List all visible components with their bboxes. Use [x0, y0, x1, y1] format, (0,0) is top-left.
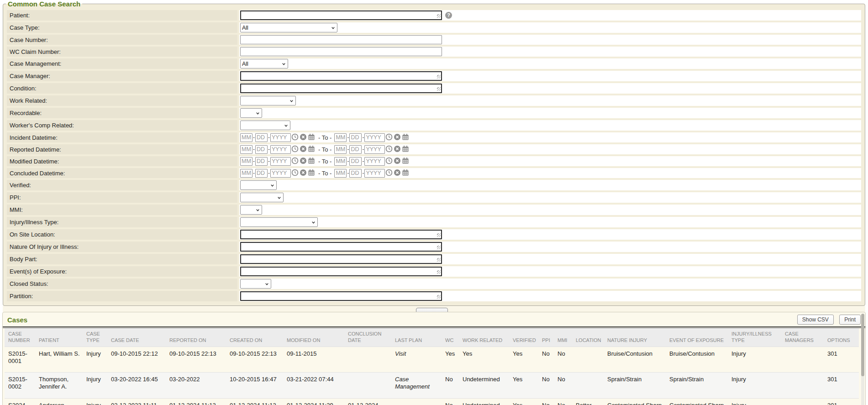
modified-datetime-from-month-input[interactable] [240, 157, 253, 166]
case-number-input[interactable] [240, 35, 442, 44]
calendar-icon[interactable] [402, 145, 409, 153]
clear-icon[interactable] [300, 157, 307, 164]
patient-textarea[interactable] [240, 11, 442, 20]
reported-datetime-to-day-input[interactable] [349, 145, 362, 154]
events-of-exposure-textarea[interactable] [240, 267, 442, 276]
work-related-field-cell [239, 95, 861, 106]
concluded-datetime-from-month-input[interactable] [240, 169, 253, 178]
incident-datetime-to-year-input[interactable] [364, 133, 385, 142]
reported-datetime-from-year-input[interactable] [270, 145, 291, 154]
clear-icon[interactable] [300, 145, 307, 153]
clear-icon[interactable] [394, 157, 401, 164]
reported-datetime-from-day-input[interactable] [255, 145, 268, 154]
modified-datetime-from-year-input[interactable] [270, 157, 291, 166]
cell-patient: Thompson, Jennifer A. [38, 373, 85, 399]
clear-icon[interactable] [394, 169, 401, 176]
recordable-select-wrap [240, 108, 262, 118]
nature-of-injury-field-cell [239, 242, 861, 252]
modified-datetime-to-year-input[interactable] [364, 157, 385, 166]
date-separator: - [347, 134, 349, 141]
cell-modified-on: 01-12-2024 11:29 [286, 398, 347, 405]
incident-datetime-from-year-input[interactable] [270, 133, 291, 142]
form-row-events-of-exposure: Event(s) of Exposure: [7, 266, 861, 277]
condition-textarea[interactable] [240, 84, 442, 93]
clock-icon[interactable] [385, 145, 393, 153]
concluded-datetime-to-month-input[interactable] [334, 169, 347, 178]
clock-icon[interactable] [385, 169, 393, 176]
cell-injury-illness-type: Injury [731, 398, 784, 405]
clock-icon[interactable] [291, 157, 299, 164]
incident-datetime-from-day-input[interactable] [255, 133, 268, 142]
verified-select[interactable] [240, 180, 277, 190]
reported-datetime-to-year-input[interactable] [364, 145, 385, 154]
concluded-datetime-from-day-input[interactable] [255, 169, 268, 178]
incident-datetime-from-month-input[interactable] [240, 133, 253, 142]
calendar-icon[interactable] [308, 133, 315, 141]
concluded-datetime-to-year-input[interactable] [364, 169, 385, 178]
form-row-patient: Patient:? [7, 10, 861, 21]
clear-icon[interactable] [300, 133, 307, 141]
date-separator: - [362, 170, 364, 176]
calendar-icon[interactable] [308, 169, 315, 176]
modified-datetime-to-day-input[interactable] [349, 157, 362, 166]
case-management-select[interactable]: All [240, 59, 288, 68]
closed-status-select[interactable] [240, 279, 271, 289]
cell-patient: Hart, William S. [38, 347, 85, 373]
cell-case-type: Injury [85, 373, 110, 399]
cell-case-type: Injury NO [85, 398, 110, 405]
show-csv-button[interactable]: Show CSV [797, 315, 834, 325]
recordable-select[interactable] [240, 108, 262, 118]
reported-datetime-from-month-input[interactable] [240, 145, 253, 154]
cases-scrollbar-thumb[interactable] [861, 314, 864, 376]
cell-last-plan [394, 398, 444, 405]
workers-comp-related-select[interactable] [240, 121, 290, 130]
case-row-S2024-0001[interactable]: S2024-0001Anderson, FrederickInjury NO02… [5, 398, 859, 405]
on-site-location-textarea[interactable] [240, 230, 442, 239]
calendar-icon[interactable] [308, 157, 315, 164]
clock-icon[interactable] [291, 169, 299, 176]
case-number-label: Case Number: [7, 35, 237, 45]
search-form-table: Patient:?Case Type:AllCase Number:WC Cla… [5, 8, 863, 303]
concluded-datetime-from-year-input[interactable] [270, 169, 291, 178]
print-button[interactable]: Print [839, 315, 861, 325]
form-row-ppi: PPI: [7, 192, 861, 203]
case-row-S2015-0002[interactable]: S2015-0002Thompson, Jennifer A.Injury03-… [5, 373, 859, 399]
work-related-select[interactable] [240, 96, 296, 105]
clear-icon[interactable] [394, 133, 401, 141]
calendar-icon[interactable] [402, 157, 409, 164]
body-part-textarea[interactable] [240, 254, 442, 264]
injury-illness-type-select[interactable] [240, 217, 318, 227]
modified-datetime-to-month-input[interactable] [334, 157, 347, 166]
case-row-S2015-0001[interactable]: S2015-0001Hart, William S.Injury09-10-20… [5, 347, 859, 373]
modified-datetime-from-day-input[interactable] [255, 157, 268, 166]
help-icon[interactable]: ? [445, 12, 452, 19]
case-type-select[interactable]: All [240, 23, 337, 32]
clock-icon[interactable] [291, 145, 299, 153]
incident-datetime-to-month-input[interactable] [334, 133, 347, 142]
clock-icon[interactable] [385, 133, 393, 141]
closed-status-select-wrap [240, 279, 271, 289]
calendar-icon[interactable] [308, 145, 315, 153]
cases-scrollbar[interactable] [861, 314, 864, 405]
search-button[interactable] [416, 308, 448, 312]
nature-of-injury-label: Nature Of Injury or Illness: [7, 242, 237, 252]
incident-datetime-to-day-input[interactable] [349, 133, 362, 142]
clear-icon[interactable] [394, 145, 401, 153]
page: Common Case Search Patient:?Case Type:Al… [0, 0, 868, 405]
concluded-datetime-to-day-input[interactable] [349, 169, 362, 178]
mmi-select[interactable] [240, 205, 262, 215]
partition-field-cell [239, 291, 861, 301]
partition-textarea[interactable] [240, 291, 442, 301]
reported-datetime-to-month-input[interactable] [334, 145, 347, 154]
incident-datetime-label: Incident Datetime: [7, 132, 237, 142]
form-row-on-site-location: On Site Location: [7, 229, 861, 240]
calendar-icon[interactable] [402, 133, 409, 141]
case-manager-textarea[interactable] [240, 71, 442, 81]
clear-icon[interactable] [300, 169, 307, 176]
ppi-select[interactable] [240, 193, 284, 202]
nature-of-injury-textarea[interactable] [240, 242, 442, 252]
clock-icon[interactable] [385, 157, 393, 164]
clock-icon[interactable] [291, 133, 299, 141]
wc-claim-number-input[interactable] [240, 47, 442, 56]
calendar-icon[interactable] [402, 169, 409, 176]
